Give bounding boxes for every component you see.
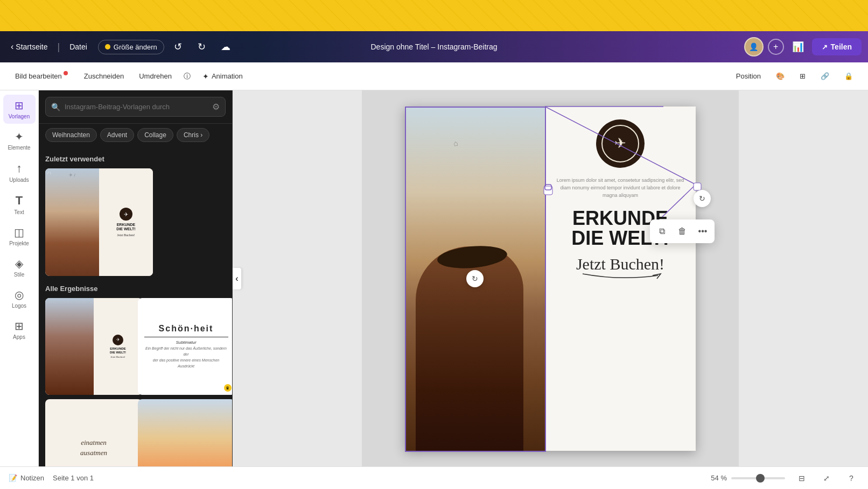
size-dot-icon: [105, 44, 110, 49]
sidebar-item-projekte[interactable]: ◫ Projekte: [3, 222, 36, 251]
home-button[interactable]: ‹ Startseite: [6, 40, 52, 54]
document-title: Design ohne Titel – Instagram-Beitrag: [370, 42, 497, 51]
recent-template-1[interactable]: ✈ / ✈ ERKUNDEDIE WELT! Jetzt Buchen! / \: [45, 168, 153, 276]
color-picker-button[interactable]: 🎨: [769, 69, 791, 83]
stile-icon: ◈: [15, 257, 23, 270]
lorem-text: Lorem ipsum dolor sit amet, consetetur s…: [556, 176, 685, 200]
share-icon: ↗: [822, 43, 828, 51]
tag-advent[interactable]: Advent: [100, 128, 134, 142]
tag-chris[interactable]: Chris ›: [177, 128, 209, 142]
fullscreen-button[interactable]: ⤢: [818, 470, 835, 486]
filter-icon[interactable]: ⚙: [212, 102, 220, 112]
sidebar-item-logos[interactable]: ◎ Logos: [3, 284, 36, 313]
design-canvas[interactable]: ⌂ ↻ ✈ Lorem ipsum dolor sit amet, conset…: [405, 107, 696, 451]
template-card-1[interactable]: ✈ ERKUNDEDIE WELT! Jetzt Buchen!: [45, 298, 142, 395]
sidebar-item-text[interactable]: T Text: [3, 189, 36, 219]
templates-grid: ✈ ERKUNDEDIE WELT! Jetzt Buchen! Schön·h…: [45, 298, 226, 466]
text-icon: T: [16, 194, 23, 208]
status-bar: 📝 Notizen Seite 1 von 1 54 % ⊟ ⤢ ?: [0, 466, 868, 489]
template-panel: 🔍 ⚙ Weihnachten Advent Collage Chris › Z…: [39, 90, 233, 466]
image-rotate-handle[interactable]: ↻: [466, 270, 484, 287]
vorlagen-icon: ⊞: [15, 99, 24, 112]
help-button[interactable]: ?: [843, 470, 859, 486]
canvas-container: ⌂ ↻ ✈ Lorem ipsum dolor sit amet, conset…: [362, 90, 739, 466]
home-label: Startseite: [16, 42, 47, 51]
all-results-title: Alle Ergebnisse: [45, 285, 226, 293]
share-button[interactable]: ↗ Teilen: [812, 38, 862, 55]
edit-image-button[interactable]: Bild bearbeiten: [9, 69, 75, 83]
sidebar-item-stile[interactable]: ◈ Stile: [3, 253, 36, 282]
duplicate-button[interactable]: ⧉: [652, 222, 671, 241]
cloud-save-button[interactable]: ☁: [216, 37, 235, 56]
design-text-section: ✈ Lorem ipsum dolor sit amet, consetetur…: [545, 107, 696, 451]
sidebar-item-vorlagen[interactable]: ⊞ Vorlagen: [3, 95, 36, 124]
notes-button[interactable]: 📝 Notizen: [9, 474, 44, 482]
left-sidebar: ⊞ Vorlagen ✦ Elemente ↑ Uploads T Text ◫…: [0, 90, 39, 466]
top-decorative-bar: [0, 0, 868, 31]
nav-bar: ‹ Startseite | Datei Größe ändern ↺ ↻ ☁ …: [0, 31, 868, 62]
tag-weihnachten[interactable]: Weihnachten: [45, 128, 97, 142]
add-collaborator-button[interactable]: +: [768, 39, 784, 55]
file-menu-button[interactable]: Datei: [65, 40, 92, 53]
search-box[interactable]: 🔍 ⚙: [45, 97, 226, 117]
user-avatar[interactable]: 👤: [744, 37, 764, 56]
sidebar-item-elemente[interactable]: ✦ Elemente: [3, 126, 36, 155]
zoom-control: 54 %: [711, 474, 785, 482]
search-icon: 🔍: [51, 103, 60, 111]
tag-collage[interactable]: Collage: [137, 128, 173, 142]
selection-rotate-handle[interactable]: ↻: [694, 190, 711, 207]
template-tags-row: Weihnachten Advent Collage Chris ›: [39, 124, 232, 146]
logo-element[interactable]: ✈: [596, 119, 645, 168]
crop-button[interactable]: Zuschneiden: [78, 69, 130, 83]
pages-indicator[interactable]: Seite 1 von 1: [53, 474, 94, 482]
info-button[interactable]: ⓘ: [180, 68, 194, 84]
float-toolbar: ⧉ 🗑 •••: [650, 219, 715, 243]
notification-dot: [64, 71, 68, 75]
sidebar-item-apps[interactable]: ⊞ Apps: [3, 315, 36, 344]
undo-button[interactable]: ↺: [169, 37, 188, 56]
recently-used-title: Zuletzt verwendet: [45, 155, 226, 163]
template-card-4[interactable]: Der Sommer ist da 🔍: [138, 399, 233, 466]
nav-divider: |: [57, 41, 60, 53]
sidebar-item-uploads[interactable]: ↑ Uploads: [3, 157, 36, 187]
collapse-panel-button[interactable]: ‹: [233, 268, 241, 289]
nav-actions: 👤 + 📊 ↗ Teilen: [744, 37, 862, 56]
zoom-value: 54 %: [711, 474, 727, 482]
animation-button[interactable]: ✦ Animation: [196, 69, 249, 84]
link-button[interactable]: 🔗: [814, 69, 836, 83]
grid-button[interactable]: ⊞: [793, 69, 812, 83]
canvas-area[interactable]: ‹ ⌂ ↻: [233, 90, 868, 466]
template-card-2[interactable]: Schön·heit SublimaturEin Begriff der nic…: [138, 298, 233, 395]
elemente-icon: ✦: [15, 130, 24, 143]
design-image-section[interactable]: ⌂ ↻: [405, 107, 545, 451]
page-view-button[interactable]: ⊟: [794, 470, 810, 486]
delete-button[interactable]: 🗑: [673, 222, 692, 241]
stats-button[interactable]: 📊: [788, 37, 808, 56]
template-search-area: 🔍 ⚙: [39, 90, 232, 124]
template-card-3[interactable]: einatmenausatmen: [45, 399, 142, 466]
search-input[interactable]: [65, 103, 208, 111]
notes-icon: 📝: [9, 474, 17, 482]
position-button[interactable]: Position: [730, 69, 767, 83]
flip-button[interactable]: Umdrehen: [132, 69, 178, 83]
redo-button[interactable]: ↻: [192, 37, 212, 56]
projekte-icon: ◫: [14, 226, 24, 239]
apps-icon: ⊞: [15, 320, 24, 332]
more-options-button[interactable]: •••: [693, 222, 712, 241]
script-underline: [577, 271, 663, 282]
zoom-thumb[interactable]: [756, 474, 765, 483]
main-content: ⊞ Vorlagen ✦ Elemente ↑ Uploads T Text ◫…: [0, 90, 868, 466]
logos-icon: ◎: [15, 288, 24, 301]
uploads-icon: ↑: [16, 161, 22, 175]
zoom-slider[interactable]: [731, 477, 785, 479]
editor-toolbar: Bild bearbeiten Zuschneiden Umdrehen ⓘ ✦…: [0, 62, 868, 90]
template-scroll-area[interactable]: Zuletzt verwendet ✈ / ✈ ERKUNDEDIE WELT!…: [39, 146, 232, 466]
resize-button[interactable]: Größe ändern: [98, 40, 164, 54]
script-text: Jetzt Buchen!: [556, 255, 685, 273]
lock-button[interactable]: 🔒: [838, 69, 859, 83]
